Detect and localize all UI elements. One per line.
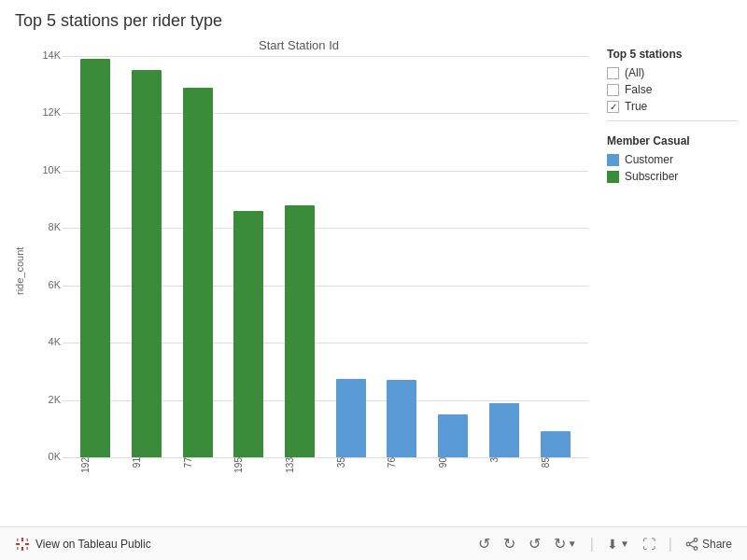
share-button[interactable]: Share — [685, 538, 732, 551]
checkbox-false[interactable] — [607, 84, 619, 96]
svg-rect-3 — [25, 543, 29, 545]
legend-filter-false[interactable]: False — [607, 83, 738, 96]
legend-label-customer: Customer — [625, 153, 673, 166]
chart-title: Start Station Id — [9, 38, 588, 52]
legend-divider — [607, 120, 738, 121]
fullscreen-icon[interactable]: ⛶ — [642, 537, 655, 552]
y-label-2k: 2K — [49, 394, 61, 405]
y-axis-label: ride_count — [9, 56, 30, 485]
y-label-14k: 14K — [42, 49, 61, 61]
checkbox-all[interactable] — [607, 67, 619, 79]
y-label-8k: 8K — [49, 221, 61, 232]
bar-35[interactable] — [336, 379, 366, 457]
filter-title: Top 5 stations — [607, 48, 738, 61]
legend-label-subscriber: Subscriber — [625, 170, 678, 183]
bar-3[interactable] — [489, 403, 519, 457]
customer-color-box — [607, 154, 619, 166]
separator2: | — [669, 536, 672, 553]
tableau-logo-icon — [15, 537, 30, 552]
svg-rect-4 — [17, 539, 19, 541]
redo-icon[interactable]: ↻ — [503, 535, 515, 553]
svg-point-8 — [694, 538, 698, 541]
x-label-192: 192 — [80, 457, 110, 473]
subscriber-color-box — [607, 171, 619, 183]
legend-label-true: True — [625, 100, 647, 113]
bar-91[interactable] — [132, 70, 162, 457]
x-label-91: 91 — [132, 457, 162, 468]
legend-section: Top 5 stations (All) False ✓ True Member… — [598, 35, 747, 539]
y-label-6k: 6K — [49, 279, 61, 290]
footer: View on Tableau Public ↺ ↻ ↺ ↻▼ | ⬇▼ ⛶ |… — [0, 526, 747, 560]
x-axis: 1929177195133357690385 — [63, 457, 588, 485]
bar-77[interactable] — [183, 88, 213, 457]
member-title: Member Casual — [607, 134, 738, 147]
svg-point-9 — [686, 542, 690, 546]
legend-filter-all[interactable]: (All) — [607, 66, 738, 79]
x-label-35: 35 — [336, 457, 366, 468]
download-icon[interactable]: ⬇▼ — [607, 537, 629, 552]
footer-right: ↺ ↻ ↺ ↻▼ | ⬇▼ ⛶ | Share — [478, 535, 732, 553]
x-label-133: 133 — [285, 457, 315, 473]
footer-left[interactable]: View on Tableau Public — [15, 537, 151, 552]
svg-rect-7 — [27, 539, 29, 541]
checkbox-true[interactable]: ✓ — [607, 101, 619, 113]
chart-section: Start Station Id ride_count — [0, 35, 598, 539]
bar-195[interactable] — [233, 211, 263, 457]
svg-rect-0 — [21, 538, 23, 541]
legend-customer: Customer — [607, 153, 738, 166]
undo-icon[interactable]: ↺ — [478, 535, 490, 553]
forward-icon[interactable]: ↻▼ — [554, 535, 577, 553]
svg-rect-1 — [21, 547, 23, 551]
svg-rect-5 — [27, 547, 29, 550]
legend-label-all: (All) — [625, 66, 644, 79]
y-label-10k: 10K — [42, 164, 61, 175]
bar-133[interactable] — [285, 205, 315, 457]
x-label-195: 195 — [233, 457, 263, 473]
y-label-12k: 12K — [42, 106, 61, 118]
x-label-85: 85 — [541, 457, 571, 468]
bar-76[interactable] — [387, 380, 416, 457]
x-label-3: 3 — [489, 457, 519, 463]
page-title: Top 5 stations per rider type — [0, 0, 747, 35]
x-label-77: 77 — [183, 457, 213, 468]
bar-85[interactable] — [541, 431, 571, 457]
bar-90[interactable] — [438, 414, 468, 457]
legend-label-false: False — [625, 83, 652, 96]
svg-point-10 — [694, 546, 698, 550]
chart-inner: 14K 12K 10K 8K 6K 4K 2K 0K 1929177195133 — [30, 56, 588, 485]
bar-192[interactable] — [80, 59, 110, 457]
svg-rect-2 — [16, 543, 20, 545]
x-label-76: 76 — [387, 457, 416, 468]
footer-link[interactable]: View on Tableau Public — [35, 538, 151, 551]
legend-subscriber: Subscriber — [607, 170, 738, 183]
svg-line-11 — [690, 540, 695, 543]
back-icon[interactable]: ↺ — [529, 535, 541, 553]
svg-line-12 — [690, 544, 695, 547]
x-label-90: 90 — [438, 457, 468, 468]
svg-rect-6 — [17, 547, 19, 550]
share-icon — [685, 538, 698, 551]
y-label-0k: 0K — [49, 451, 61, 462]
legend-filter-true[interactable]: ✓ True — [607, 100, 738, 113]
share-label: Share — [702, 538, 732, 551]
bars-area — [63, 56, 588, 457]
chart-wrapper: ride_count — [9, 56, 588, 485]
separator: | — [590, 536, 594, 553]
y-label-4k: 4K — [49, 336, 61, 347]
